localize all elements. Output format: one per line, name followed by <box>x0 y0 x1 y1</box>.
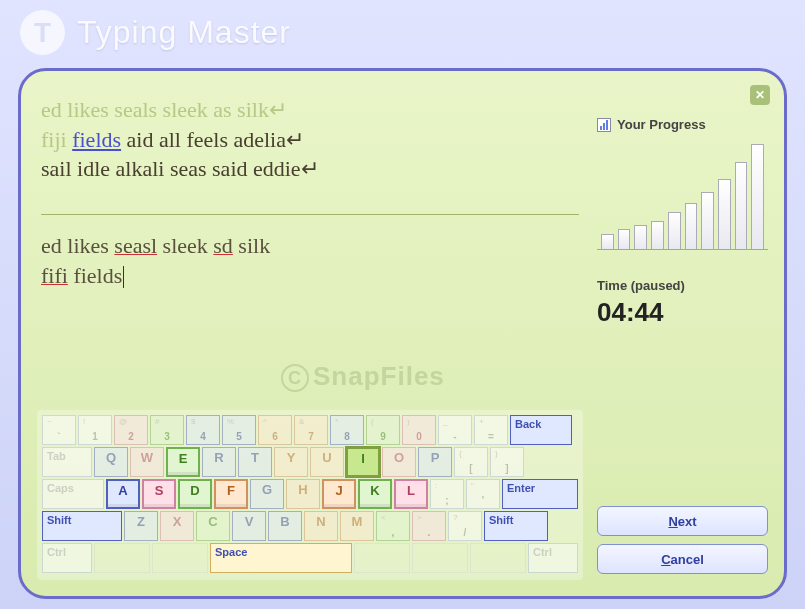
progress-bar <box>718 179 731 249</box>
key-}[interactable]: }] <box>490 447 524 477</box>
key-4[interactable]: $4 <box>186 415 220 445</box>
key-blank[interactable] <box>470 543 526 573</box>
key-W[interactable]: W <box>130 447 164 477</box>
key-J[interactable]: J <box>322 479 356 509</box>
key-U[interactable]: U <box>310 447 344 477</box>
key-I[interactable]: I <box>346 447 380 477</box>
source-line1-done: ed likes seals sleek as silk <box>41 97 269 122</box>
key-blank[interactable] <box>94 543 150 573</box>
key-row-3: CapsASDFGHJKL:;"'Enter <box>42 479 578 509</box>
key-=[interactable]: += <box>474 415 508 445</box>
app-header: T Typing Master <box>0 0 805 65</box>
progress-bar <box>751 144 764 249</box>
key->[interactable]: >. <box>412 511 446 541</box>
source-line2-rest: aid all feels adelia <box>121 127 286 152</box>
source-line3: sail idle alkali seas said eddie <box>41 156 301 181</box>
typed-error: fifi <box>41 263 68 288</box>
key-backspace[interactable]: Back <box>510 415 572 445</box>
key-R[interactable]: R <box>202 447 236 477</box>
key-"[interactable]: "' <box>466 479 500 509</box>
typed-error: sd <box>213 233 233 258</box>
key-`[interactable]: ~` <box>42 415 76 445</box>
key-9[interactable]: (9 <box>366 415 400 445</box>
logo-letter: T <box>34 17 51 49</box>
progress-bar <box>601 234 614 249</box>
text-cursor <box>123 266 124 288</box>
cancel-button[interactable]: Cancel <box>597 544 768 574</box>
key-C[interactable]: C <box>196 511 230 541</box>
source-text: ed likes seals sleek as silk↵ fiji field… <box>41 95 579 184</box>
key-row-1: ~`!1@2#3$4%5^6&7*8(9)0_-+=Back <box>42 415 578 445</box>
key-shift-right[interactable]: Shift <box>484 511 548 541</box>
key-shift-left[interactable]: Shift <box>42 511 122 541</box>
key-?[interactable]: ?/ <box>448 511 482 541</box>
progress-bar <box>634 225 647 249</box>
key-:[interactable]: :; <box>430 479 464 509</box>
virtual-keyboard: ~`!1@2#3$4%5^6&7*8(9)0_-+=Back TabQWERTY… <box>37 410 583 580</box>
progress-label: Your Progress <box>597 117 768 132</box>
key-0[interactable]: )0 <box>402 415 436 445</box>
return-icon: ↵ <box>269 97 287 122</box>
key-blank[interactable] <box>152 543 208 573</box>
key-O[interactable]: O <box>382 447 416 477</box>
divider <box>41 214 579 215</box>
key-6[interactable]: ^6 <box>258 415 292 445</box>
typed-seg: ed likes <box>41 233 114 258</box>
key-blank[interactable] <box>412 543 468 573</box>
key-X[interactable]: X <box>160 511 194 541</box>
key-5[interactable]: %5 <box>222 415 256 445</box>
key-V[interactable]: V <box>232 511 266 541</box>
key-7[interactable]: &7 <box>294 415 328 445</box>
key-N[interactable]: N <box>304 511 338 541</box>
key-G[interactable]: G <box>250 479 284 509</box>
key-blank[interactable] <box>354 543 410 573</box>
next-button[interactable]: Next <box>597 506 768 536</box>
key-{[interactable]: {[ <box>454 447 488 477</box>
key-T[interactable]: T <box>238 447 272 477</box>
key-E[interactable]: E <box>166 447 200 477</box>
progress-bar <box>668 212 681 249</box>
key-<[interactable]: <, <box>376 511 410 541</box>
return-icon: ↵ <box>301 156 319 181</box>
key-Q[interactable]: Q <box>94 447 128 477</box>
key-row-5: CtrlSpaceCtrl <box>42 543 578 573</box>
lesson-area: ed likes seals sleek as silk↵ fiji field… <box>37 87 583 580</box>
key-B[interactable]: B <box>268 511 302 541</box>
app-logo: T <box>20 10 65 55</box>
typed-seg: silk <box>233 233 270 258</box>
key-L[interactable]: L <box>394 479 428 509</box>
typed-error: seasl <box>114 233 157 258</box>
watermark: CSnapFiles <box>281 361 445 392</box>
key-space[interactable]: Space <box>210 543 352 573</box>
progress-bar <box>618 229 631 249</box>
close-button[interactable]: ✕ <box>750 85 770 105</box>
main-panel: ✕ ed likes seals sleek as silk↵ fiji fie… <box>18 68 787 599</box>
key-Y[interactable]: Y <box>274 447 308 477</box>
key--[interactable]: _- <box>438 415 472 445</box>
typed-text[interactable]: ed likes seasl sleek sd silk fifi fields <box>41 231 579 291</box>
key-M[interactable]: M <box>340 511 374 541</box>
key-row-4: ShiftZXCVBNM<,>.?/Shift <box>42 511 578 541</box>
key-A[interactable]: A <box>106 479 140 509</box>
key-D[interactable]: D <box>178 479 212 509</box>
key-8[interactable]: *8 <box>330 415 364 445</box>
key-ctrl-left[interactable]: Ctrl <box>42 543 92 573</box>
key-2[interactable]: @2 <box>114 415 148 445</box>
key-capslock[interactable]: Caps <box>42 479 104 509</box>
key-F[interactable]: F <box>214 479 248 509</box>
key-1[interactable]: !1 <box>78 415 112 445</box>
progress-bar <box>651 221 664 249</box>
sidebar: Your Progress Time (paused) 04:44 Next C… <box>597 87 768 580</box>
button-bar: Next Cancel <box>597 506 768 580</box>
key-S[interactable]: S <box>142 479 176 509</box>
key-tab[interactable]: Tab <box>42 447 92 477</box>
key-enter[interactable]: Enter <box>502 479 578 509</box>
key-Z[interactable]: Z <box>124 511 158 541</box>
text-area: ed likes seals sleek as silk↵ fiji field… <box>37 87 583 299</box>
key-P[interactable]: P <box>418 447 452 477</box>
time-value: 04:44 <box>597 297 768 328</box>
key-ctrl-right[interactable]: Ctrl <box>528 543 578 573</box>
key-3[interactable]: #3 <box>150 415 184 445</box>
key-K[interactable]: K <box>358 479 392 509</box>
key-H[interactable]: H <box>286 479 320 509</box>
